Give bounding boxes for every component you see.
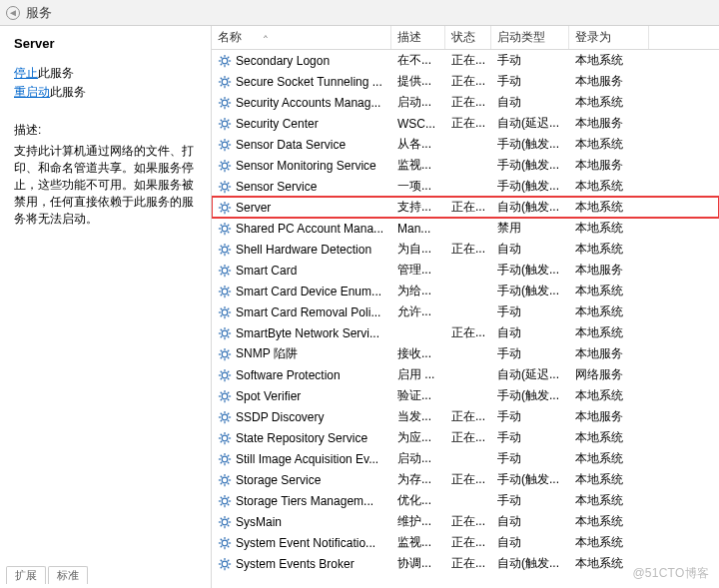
svg-line-61 bbox=[228, 182, 229, 183]
table-row[interactable]: Storage Tiers Managem...优化...手动本地系统 bbox=[212, 490, 719, 511]
svg-line-26 bbox=[221, 105, 222, 106]
col-header-desc[interactable]: 描述 bbox=[391, 26, 445, 49]
cell-logon: 网络服务 bbox=[569, 366, 649, 383]
table-row[interactable]: Sensor Service一项...手动(触发...本地系统 bbox=[212, 176, 719, 197]
col-header-name[interactable]: 名称^ bbox=[212, 26, 391, 49]
stop-link[interactable]: 停止 bbox=[14, 66, 38, 80]
cell-desc: 在不... bbox=[391, 52, 445, 69]
cell-desc: 协调... bbox=[391, 555, 445, 572]
svg-line-179 bbox=[221, 461, 222, 462]
table-row[interactable]: Smart Card Device Enum...为给...手动(触发...本地… bbox=[212, 281, 719, 301]
svg-line-149 bbox=[221, 391, 222, 392]
table-row[interactable]: Shared PC Account Mana...Man...禁用本地系统 bbox=[212, 218, 719, 239]
cell-state: 正在... bbox=[445, 199, 491, 216]
svg-line-158 bbox=[221, 412, 222, 413]
svg-line-16 bbox=[228, 77, 229, 78]
svg-line-150 bbox=[228, 398, 229, 399]
service-gear-icon bbox=[218, 557, 232, 571]
svg-line-5 bbox=[221, 56, 222, 57]
service-name-text: System Events Broker bbox=[236, 557, 355, 571]
table-row[interactable]: SNMP 陷阱接收...手动本地服务 bbox=[212, 343, 719, 364]
tab-standard[interactable]: 标准 bbox=[48, 566, 88, 584]
service-gear-icon bbox=[218, 201, 232, 215]
svg-line-107 bbox=[221, 294, 222, 294]
svg-line-88 bbox=[228, 245, 229, 246]
svg-line-69 bbox=[228, 210, 229, 211]
svg-line-123 bbox=[228, 335, 229, 336]
cell-desc: 支持... bbox=[391, 199, 445, 216]
cell-startup: 自动 bbox=[491, 513, 569, 530]
service-gear-icon bbox=[218, 54, 232, 68]
svg-line-59 bbox=[221, 182, 222, 183]
service-gear-icon bbox=[218, 431, 232, 445]
service-name-text: Storage Tiers Managem... bbox=[236, 494, 373, 508]
header-bar: ◄ 服务 bbox=[0, 0, 719, 26]
cell-state: 正在... bbox=[445, 94, 491, 111]
table-row[interactable]: Security CenterWSC...正在...自动(延迟...本地服务 bbox=[212, 113, 719, 134]
table-row[interactable]: Secondary Logon在不...正在...手动本地系统 bbox=[212, 50, 719, 71]
table-row[interactable]: Shell Hardware Detection为自...正在...自动本地系统 bbox=[212, 239, 719, 260]
table-row[interactable]: SysMain维护...正在...自动本地系统 bbox=[212, 511, 719, 532]
cell-desc: 启用 ... bbox=[391, 366, 445, 383]
restart-link[interactable]: 重启动 bbox=[14, 85, 50, 99]
table-row[interactable]: Spot Verifier验证...手动(触发...本地系统 bbox=[212, 385, 719, 406]
service-list[interactable]: Secondary Logon在不...正在...手动本地系统Secure So… bbox=[212, 50, 719, 588]
svg-line-34 bbox=[228, 119, 229, 120]
table-row[interactable]: Software Protection启用 ...自动(延迟...网络服务 bbox=[212, 364, 719, 385]
table-row[interactable]: Secure Socket Tunneling ...提供...正在...手动本… bbox=[212, 71, 719, 92]
service-name-text: Smart Card bbox=[236, 264, 297, 278]
service-gear-icon bbox=[218, 452, 232, 466]
svg-line-195 bbox=[228, 503, 229, 504]
table-row[interactable]: SmartByte Network Servi...正在...自动本地系统 bbox=[212, 322, 719, 343]
svg-line-141 bbox=[228, 377, 229, 378]
tab-extended[interactable]: 扩展 bbox=[6, 566, 46, 584]
cell-name: Sensor Service bbox=[212, 180, 391, 194]
col-header-startup[interactable]: 启动类型 bbox=[491, 26, 569, 49]
cell-startup: 禁用 bbox=[491, 220, 569, 237]
cell-logon: 本地系统 bbox=[569, 387, 649, 404]
svg-line-143 bbox=[221, 377, 222, 378]
back-icon[interactable]: ◄ bbox=[6, 6, 20, 20]
cell-name: Security Center bbox=[212, 117, 391, 131]
svg-line-86 bbox=[221, 245, 222, 246]
col-header-logon[interactable]: 登录为 bbox=[569, 26, 649, 49]
table-row[interactable]: Server支持...正在...自动(触发...本地系统 bbox=[212, 197, 719, 218]
cell-desc: 管理... bbox=[391, 262, 445, 279]
table-row[interactable]: Security Accounts Manag...启动...正在...自动本地… bbox=[212, 92, 719, 113]
table-row[interactable]: Still Image Acquisition Ev...启动...手动本地系统 bbox=[212, 448, 719, 469]
cell-name: System Event Notificatio... bbox=[212, 536, 391, 550]
svg-line-44 bbox=[221, 147, 222, 148]
cell-logon: 本地系统 bbox=[569, 555, 649, 572]
table-row[interactable]: State Repository Service为应...正在...手动本地系统 bbox=[212, 427, 719, 448]
cell-state: 正在... bbox=[445, 73, 491, 90]
svg-line-68 bbox=[221, 203, 222, 204]
table-row[interactable]: System Event Notificatio...监视...正在...自动本… bbox=[212, 532, 719, 553]
bottom-tabs: 扩展标准 bbox=[6, 566, 90, 584]
cell-logon: 本地系统 bbox=[569, 136, 649, 153]
main-area: Server 停止此服务 重启动此服务 描述: 支持此计算机通过网络的文件、打印… bbox=[0, 26, 719, 588]
svg-line-196 bbox=[228, 496, 229, 497]
table-row[interactable]: Sensor Monitoring Service监视...手动(触发...本地… bbox=[212, 155, 719, 176]
table-row[interactable]: Storage Service为存...正在...手动(触发...本地系统 bbox=[212, 469, 719, 490]
table-row[interactable]: Sensor Data Service从各...手动(触发...本地系统 bbox=[212, 134, 719, 155]
svg-line-178 bbox=[228, 454, 229, 455]
svg-line-140 bbox=[221, 370, 222, 371]
cell-startup: 手动 bbox=[491, 408, 569, 425]
cell-logon: 本地系统 bbox=[569, 283, 649, 299]
svg-line-222 bbox=[228, 566, 229, 567]
svg-line-212 bbox=[221, 538, 222, 539]
svg-line-41 bbox=[221, 140, 222, 141]
svg-line-71 bbox=[221, 210, 222, 211]
cell-state: 正在... bbox=[445, 241, 491, 258]
table-row[interactable]: System Events Broker协调...正在...自动(触发...本地… bbox=[212, 553, 719, 574]
table-row[interactable]: Smart Card Removal Poli...允许...手动本地系统 bbox=[212, 301, 719, 322]
service-gear-icon bbox=[218, 138, 232, 152]
table-row[interactable]: SSDP Discovery当发...正在...手动本地服务 bbox=[212, 406, 719, 427]
service-gear-icon bbox=[218, 285, 232, 298]
col-header-state[interactable]: 状态 bbox=[445, 26, 491, 49]
svg-line-8 bbox=[221, 63, 222, 64]
cell-logon: 本地系统 bbox=[569, 94, 649, 111]
table-row[interactable]: Smart Card管理...手动(触发...本地服务 bbox=[212, 260, 719, 281]
svg-line-15 bbox=[228, 84, 229, 85]
cell-startup: 手动(触发... bbox=[491, 178, 569, 195]
